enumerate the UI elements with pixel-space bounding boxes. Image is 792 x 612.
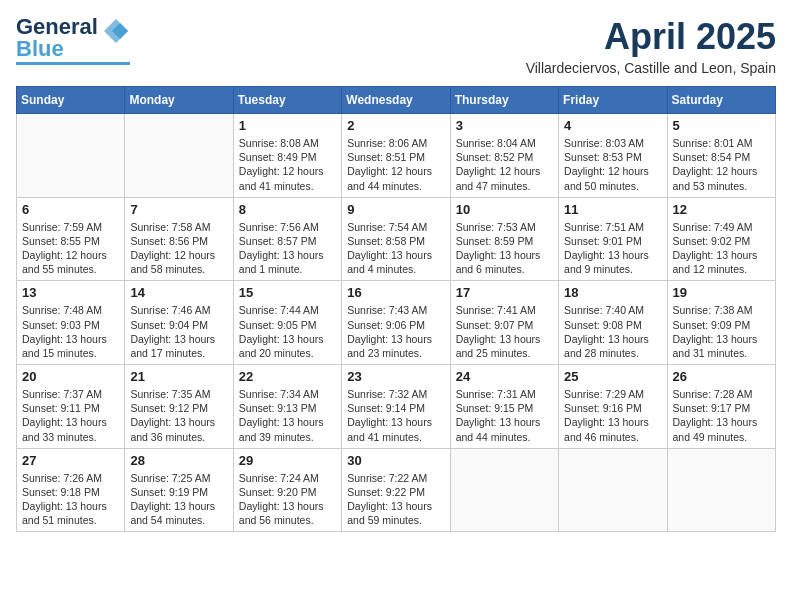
calendar-cell: 8Sunrise: 7:56 AM Sunset: 8:57 PM Daylig…: [233, 197, 341, 281]
day-info: Sunrise: 8:04 AM Sunset: 8:52 PM Dayligh…: [456, 136, 553, 193]
calendar-cell: 6Sunrise: 7:59 AM Sunset: 8:55 PM Daylig…: [17, 197, 125, 281]
day-number: 22: [239, 369, 336, 384]
day-info: Sunrise: 7:34 AM Sunset: 9:13 PM Dayligh…: [239, 387, 336, 444]
day-info: Sunrise: 8:03 AM Sunset: 8:53 PM Dayligh…: [564, 136, 661, 193]
day-number: 25: [564, 369, 661, 384]
day-info: Sunrise: 7:46 AM Sunset: 9:04 PM Dayligh…: [130, 303, 227, 360]
calendar-cell: 25Sunrise: 7:29 AM Sunset: 9:16 PM Dayli…: [559, 365, 667, 449]
day-info: Sunrise: 7:26 AM Sunset: 9:18 PM Dayligh…: [22, 471, 119, 528]
day-number: 23: [347, 369, 444, 384]
day-number: 5: [673, 118, 770, 133]
day-number: 11: [564, 202, 661, 217]
day-number: 18: [564, 285, 661, 300]
calendar-cell: [17, 114, 125, 198]
calendar-cell: 24Sunrise: 7:31 AM Sunset: 9:15 PM Dayli…: [450, 365, 558, 449]
calendar-cell: 22Sunrise: 7:34 AM Sunset: 9:13 PM Dayli…: [233, 365, 341, 449]
day-number: 26: [673, 369, 770, 384]
calendar-cell: 12Sunrise: 7:49 AM Sunset: 9:02 PM Dayli…: [667, 197, 775, 281]
day-info: Sunrise: 7:38 AM Sunset: 9:09 PM Dayligh…: [673, 303, 770, 360]
day-info: Sunrise: 8:06 AM Sunset: 8:51 PM Dayligh…: [347, 136, 444, 193]
calendar-cell: 3Sunrise: 8:04 AM Sunset: 8:52 PM Daylig…: [450, 114, 558, 198]
day-info: Sunrise: 7:24 AM Sunset: 9:20 PM Dayligh…: [239, 471, 336, 528]
day-number: 8: [239, 202, 336, 217]
day-number: 21: [130, 369, 227, 384]
calendar-cell: 1Sunrise: 8:08 AM Sunset: 8:49 PM Daylig…: [233, 114, 341, 198]
day-info: Sunrise: 7:56 AM Sunset: 8:57 PM Dayligh…: [239, 220, 336, 277]
day-number: 2: [347, 118, 444, 133]
calendar-cell: 10Sunrise: 7:53 AM Sunset: 8:59 PM Dayli…: [450, 197, 558, 281]
logo-text: GeneralBlue: [16, 16, 98, 60]
weekday-header-saturday: Saturday: [667, 87, 775, 114]
day-info: Sunrise: 7:22 AM Sunset: 9:22 PM Dayligh…: [347, 471, 444, 528]
calendar-cell: 17Sunrise: 7:41 AM Sunset: 9:07 PM Dayli…: [450, 281, 558, 365]
logo-icon: [102, 17, 130, 49]
calendar-cell: 4Sunrise: 8:03 AM Sunset: 8:53 PM Daylig…: [559, 114, 667, 198]
calendar-cell: 7Sunrise: 7:58 AM Sunset: 8:56 PM Daylig…: [125, 197, 233, 281]
day-info: Sunrise: 7:59 AM Sunset: 8:55 PM Dayligh…: [22, 220, 119, 277]
day-info: Sunrise: 7:51 AM Sunset: 9:01 PM Dayligh…: [564, 220, 661, 277]
title-block: April 2025 Villardeciervos, Castille and…: [526, 16, 776, 76]
day-info: Sunrise: 7:44 AM Sunset: 9:05 PM Dayligh…: [239, 303, 336, 360]
weekday-header-tuesday: Tuesday: [233, 87, 341, 114]
day-number: 15: [239, 285, 336, 300]
day-info: Sunrise: 7:43 AM Sunset: 9:06 PM Dayligh…: [347, 303, 444, 360]
calendar-cell: 18Sunrise: 7:40 AM Sunset: 9:08 PM Dayli…: [559, 281, 667, 365]
calendar-cell: 16Sunrise: 7:43 AM Sunset: 9:06 PM Dayli…: [342, 281, 450, 365]
location: Villardeciervos, Castille and Leon, Spai…: [526, 60, 776, 76]
calendar-cell: [125, 114, 233, 198]
day-number: 20: [22, 369, 119, 384]
calendar-cell: 28Sunrise: 7:25 AM Sunset: 9:19 PM Dayli…: [125, 448, 233, 532]
calendar-cell: [450, 448, 558, 532]
month-title: April 2025: [526, 16, 776, 58]
day-info: Sunrise: 7:31 AM Sunset: 9:15 PM Dayligh…: [456, 387, 553, 444]
day-number: 14: [130, 285, 227, 300]
day-number: 24: [456, 369, 553, 384]
weekday-header-wednesday: Wednesday: [342, 87, 450, 114]
day-info: Sunrise: 8:08 AM Sunset: 8:49 PM Dayligh…: [239, 136, 336, 193]
calendar-cell: 14Sunrise: 7:46 AM Sunset: 9:04 PM Dayli…: [125, 281, 233, 365]
day-info: Sunrise: 7:49 AM Sunset: 9:02 PM Dayligh…: [673, 220, 770, 277]
day-info: Sunrise: 7:41 AM Sunset: 9:07 PM Dayligh…: [456, 303, 553, 360]
calendar-cell: 20Sunrise: 7:37 AM Sunset: 9:11 PM Dayli…: [17, 365, 125, 449]
week-row-3: 13Sunrise: 7:48 AM Sunset: 9:03 PM Dayli…: [17, 281, 776, 365]
calendar-cell: 29Sunrise: 7:24 AM Sunset: 9:20 PM Dayli…: [233, 448, 341, 532]
day-number: 17: [456, 285, 553, 300]
week-row-2: 6Sunrise: 7:59 AM Sunset: 8:55 PM Daylig…: [17, 197, 776, 281]
day-info: Sunrise: 7:40 AM Sunset: 9:08 PM Dayligh…: [564, 303, 661, 360]
day-info: Sunrise: 7:37 AM Sunset: 9:11 PM Dayligh…: [22, 387, 119, 444]
week-row-5: 27Sunrise: 7:26 AM Sunset: 9:18 PM Dayli…: [17, 448, 776, 532]
day-number: 10: [456, 202, 553, 217]
day-info: Sunrise: 7:32 AM Sunset: 9:14 PM Dayligh…: [347, 387, 444, 444]
page-header: GeneralBlue April 2025 Villardeciervos, …: [16, 16, 776, 76]
week-row-4: 20Sunrise: 7:37 AM Sunset: 9:11 PM Dayli…: [17, 365, 776, 449]
day-info: Sunrise: 7:35 AM Sunset: 9:12 PM Dayligh…: [130, 387, 227, 444]
calendar-table: SundayMondayTuesdayWednesdayThursdayFrid…: [16, 86, 776, 532]
day-info: Sunrise: 7:58 AM Sunset: 8:56 PM Dayligh…: [130, 220, 227, 277]
calendar-cell: 26Sunrise: 7:28 AM Sunset: 9:17 PM Dayli…: [667, 365, 775, 449]
day-number: 30: [347, 453, 444, 468]
calendar-cell: 23Sunrise: 7:32 AM Sunset: 9:14 PM Dayli…: [342, 365, 450, 449]
calendar-cell: 9Sunrise: 7:54 AM Sunset: 8:58 PM Daylig…: [342, 197, 450, 281]
calendar-cell: 13Sunrise: 7:48 AM Sunset: 9:03 PM Dayli…: [17, 281, 125, 365]
day-number: 7: [130, 202, 227, 217]
day-number: 16: [347, 285, 444, 300]
week-row-1: 1Sunrise: 8:08 AM Sunset: 8:49 PM Daylig…: [17, 114, 776, 198]
calendar-cell: [667, 448, 775, 532]
weekday-header-thursday: Thursday: [450, 87, 558, 114]
day-info: Sunrise: 7:53 AM Sunset: 8:59 PM Dayligh…: [456, 220, 553, 277]
weekday-header-monday: Monday: [125, 87, 233, 114]
weekday-header-sunday: Sunday: [17, 87, 125, 114]
day-info: Sunrise: 7:29 AM Sunset: 9:16 PM Dayligh…: [564, 387, 661, 444]
day-info: Sunrise: 7:54 AM Sunset: 8:58 PM Dayligh…: [347, 220, 444, 277]
logo-blue: Blue: [16, 36, 64, 61]
calendar-cell: 30Sunrise: 7:22 AM Sunset: 9:22 PM Dayli…: [342, 448, 450, 532]
day-info: Sunrise: 7:28 AM Sunset: 9:17 PM Dayligh…: [673, 387, 770, 444]
weekday-header-row: SundayMondayTuesdayWednesdayThursdayFrid…: [17, 87, 776, 114]
calendar-cell: 15Sunrise: 7:44 AM Sunset: 9:05 PM Dayli…: [233, 281, 341, 365]
day-number: 4: [564, 118, 661, 133]
day-number: 9: [347, 202, 444, 217]
day-number: 27: [22, 453, 119, 468]
calendar-cell: 27Sunrise: 7:26 AM Sunset: 9:18 PM Dayli…: [17, 448, 125, 532]
calendar-cell: 2Sunrise: 8:06 AM Sunset: 8:51 PM Daylig…: [342, 114, 450, 198]
day-number: 1: [239, 118, 336, 133]
